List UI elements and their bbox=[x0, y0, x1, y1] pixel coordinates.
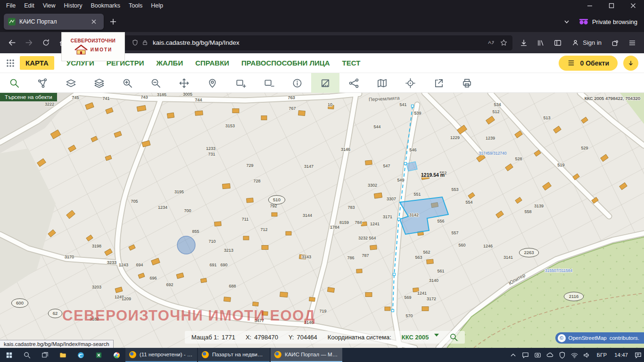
menu-history[interactable]: History bbox=[60, 1, 87, 10]
url-bar[interactable]: kais.cadastre.bg/bg/Map/Index A bbox=[74, 35, 512, 50]
taskbar-language[interactable]: БГР bbox=[593, 352, 611, 358]
chevron-down-icon bbox=[627, 60, 634, 66]
site-nav-правоспособни-лица[interactable]: ПРАВОСПОСОБНИ ЛИЦА bbox=[241, 59, 330, 67]
pan-icon bbox=[179, 78, 190, 89]
close-button[interactable] bbox=[622, 0, 644, 11]
osm-name[interactable]: OpenStreetMap bbox=[569, 335, 607, 341]
tool-select-rect-add[interactable] bbox=[226, 73, 255, 93]
tool-zoom-out[interactable] bbox=[141, 73, 170, 93]
menu-view[interactable]: View bbox=[39, 1, 60, 10]
crs-caret-icon[interactable] bbox=[434, 334, 439, 337]
site-nav-справки[interactable]: СПРАВКИ bbox=[195, 59, 229, 67]
tool-basemap[interactable] bbox=[368, 73, 396, 93]
tool-topology[interactable] bbox=[339, 73, 368, 93]
bookmark-star-icon[interactable] bbox=[500, 39, 508, 47]
taskbar-window-1[interactable]: (11 непрочетени) - A... bbox=[125, 348, 197, 362]
volume-icon[interactable] bbox=[581, 348, 593, 362]
tool-swipe-layers[interactable] bbox=[57, 73, 85, 93]
network-icon[interactable] bbox=[569, 348, 581, 362]
taskbar-window-2[interactable]: Пазарът на недвижи... bbox=[198, 348, 270, 362]
tab-close-icon[interactable] bbox=[88, 16, 99, 27]
osm-attribution[interactable]: © OpenStreetMap contributors. bbox=[555, 332, 644, 344]
back-button[interactable] bbox=[4, 35, 20, 50]
svg-text:519: 519 bbox=[557, 163, 564, 167]
notification-center-icon[interactable] bbox=[632, 348, 644, 362]
svg-text:561: 561 bbox=[437, 269, 444, 273]
apps-grid-icon[interactable] bbox=[6, 58, 15, 68]
tool-select-objects[interactable] bbox=[28, 73, 57, 93]
objects-count-button[interactable]: 0 Обекти bbox=[559, 56, 618, 71]
menu-help[interactable]: Help bbox=[147, 1, 167, 10]
menu-bookmarks[interactable]: Bookmarks bbox=[86, 1, 124, 10]
svg-text:1241: 1241 bbox=[417, 291, 427, 296]
tab-kais-portal[interactable]: КАИС Портал bbox=[4, 14, 104, 30]
translate-icon[interactable]: A bbox=[487, 39, 495, 47]
minimize-button[interactable] bbox=[579, 0, 601, 11]
coordinates-search-icon[interactable] bbox=[449, 333, 458, 342]
sidebar-toggle-icon[interactable] bbox=[550, 35, 566, 50]
svg-text:3146: 3146 bbox=[341, 147, 350, 152]
site-nav-жалби[interactable]: ЖАЛБИ bbox=[157, 59, 183, 67]
svg-text:712: 712 bbox=[260, 227, 267, 232]
crs-select[interactable]: ККС 2005 bbox=[402, 334, 439, 341]
taskbar-edge-icon[interactable] bbox=[72, 348, 90, 362]
scale-value[interactable]: 1771 bbox=[222, 334, 235, 341]
app-menu-icon[interactable] bbox=[624, 35, 640, 50]
highlighted-parcel[interactable] bbox=[406, 162, 417, 171]
tool-print[interactable] bbox=[453, 73, 481, 93]
svg-text:3302: 3302 bbox=[368, 183, 377, 188]
lock-icon[interactable] bbox=[142, 40, 148, 46]
tool-identify[interactable] bbox=[283, 73, 311, 93]
cadastre-map-canvas[interactable]: 3222745741743318530057447637671054153954… bbox=[0, 93, 644, 348]
taskbar-clock[interactable]: 14:47 bbox=[611, 352, 632, 358]
svg-text:728: 728 bbox=[253, 179, 260, 183]
taskbar-file-explorer-icon[interactable] bbox=[54, 348, 72, 362]
site-nav-карта[interactable]: КАРТА bbox=[20, 56, 54, 70]
forward-button[interactable] bbox=[21, 35, 37, 50]
tray-expand-icon[interactable] bbox=[507, 348, 520, 362]
sign-in-button[interactable]: Sign in bbox=[567, 36, 606, 50]
menu-tools[interactable]: Tools bbox=[124, 1, 147, 10]
tool-export-map[interactable] bbox=[424, 73, 453, 93]
new-tab-button[interactable] bbox=[106, 14, 121, 29]
menu-file[interactable]: File bbox=[2, 1, 20, 10]
svg-text:317459/312740: 317459/312740 bbox=[479, 151, 506, 156]
svg-text:534: 534 bbox=[494, 102, 501, 107]
svg-text:1243: 1243 bbox=[119, 263, 128, 267]
defender-icon[interactable] bbox=[556, 348, 569, 362]
tool-locate[interactable] bbox=[198, 73, 226, 93]
tool-search[interactable] bbox=[0, 73, 28, 93]
tool-measure[interactable] bbox=[311, 73, 339, 93]
library-icon[interactable] bbox=[533, 35, 549, 50]
tab-favicon bbox=[8, 18, 16, 25]
crs-value[interactable]: ККС 2005 bbox=[402, 334, 429, 341]
extensions-icon[interactable] bbox=[607, 35, 623, 50]
tool-zoom-in[interactable] bbox=[113, 73, 141, 93]
taskbar-windows-start-icon[interactable] bbox=[0, 348, 18, 362]
maximize-button[interactable] bbox=[601, 0, 622, 11]
tool-pan[interactable] bbox=[170, 73, 198, 93]
taskbar-chrome-icon[interactable] bbox=[107, 348, 125, 362]
taskbar-window-3[interactable]: КАИС Портал — Mo... bbox=[271, 348, 342, 362]
taskbar-excel-icon[interactable] bbox=[90, 348, 107, 362]
tracking-shield-icon[interactable] bbox=[132, 39, 139, 46]
chat-icon[interactable] bbox=[520, 348, 532, 362]
downloads-icon[interactable] bbox=[516, 35, 532, 50]
objects-expand-button[interactable] bbox=[623, 56, 638, 71]
tool-layers[interactable] bbox=[85, 73, 113, 93]
reload-button[interactable] bbox=[38, 35, 54, 50]
screen-clip-icon[interactable] bbox=[532, 348, 544, 362]
copyright-icon: © bbox=[558, 334, 566, 342]
svg-text:783: 783 bbox=[347, 205, 355, 210]
site-nav-тест[interactable]: ТЕСТ bbox=[342, 59, 361, 67]
menu-edit[interactable]: Edit bbox=[20, 1, 39, 10]
url-text[interactable]: kais.cadastre.bg/bg/Map/Index bbox=[153, 39, 239, 46]
svg-text:528: 528 bbox=[515, 156, 522, 161]
onedrive-icon[interactable] bbox=[544, 348, 556, 362]
taskbar-search-icon[interactable] bbox=[18, 348, 36, 362]
taskbar-task-view-icon[interactable] bbox=[36, 348, 54, 362]
list-all-tabs-icon[interactable] bbox=[561, 16, 572, 27]
tool-select-rect-remove[interactable] bbox=[255, 73, 283, 93]
svg-text:692: 692 bbox=[166, 282, 173, 287]
tool-goto-coordinates[interactable] bbox=[396, 73, 424, 93]
